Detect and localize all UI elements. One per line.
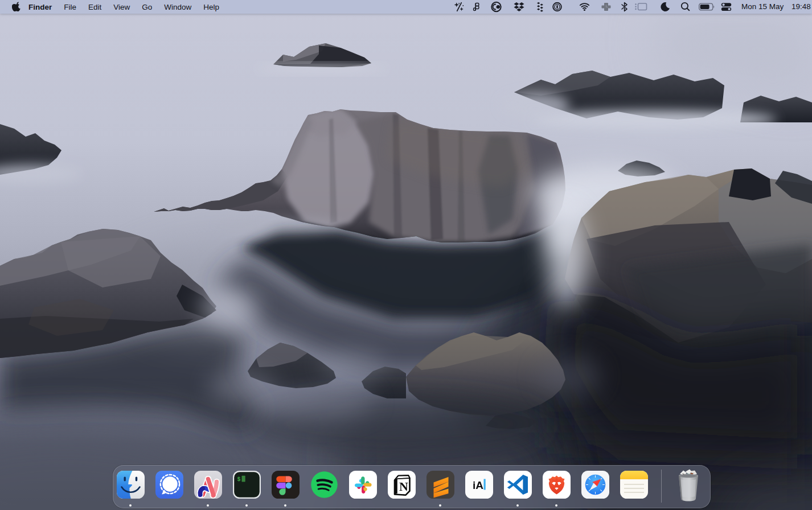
svg-text:iA: iA bbox=[473, 479, 483, 491]
svg-text:$: $ bbox=[237, 476, 240, 483]
svg-text:N: N bbox=[399, 479, 408, 493]
